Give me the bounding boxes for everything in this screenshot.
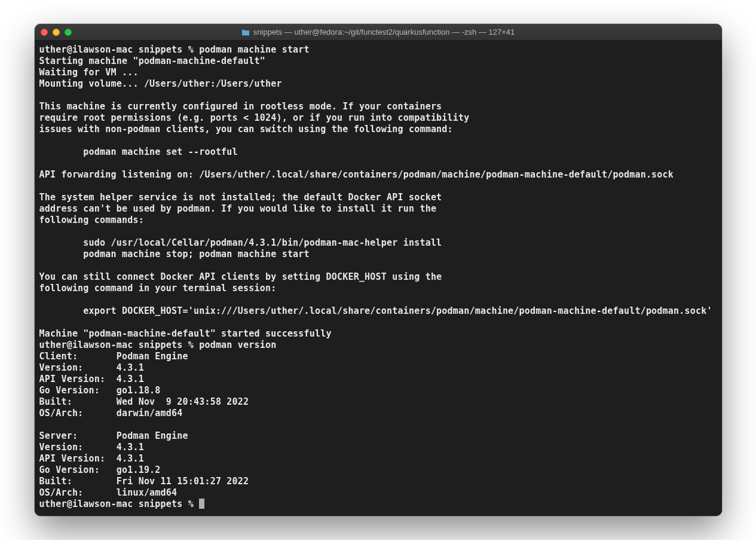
terminal-body[interactable]: uther@ilawson-mac snippets % podman mach…: [35, 41, 722, 516]
cursor: [199, 499, 204, 509]
terminal-output: uther@ilawson-mac snippets % podman mach…: [39, 44, 712, 498]
maximize-button[interactable]: [65, 29, 72, 36]
titlebar[interactable]: snippets — uther@fedora:~/git/functest2/…: [35, 24, 722, 41]
window-title-text: snippets — uther@fedora:~/git/functest2/…: [253, 28, 515, 36]
folder-icon: [241, 29, 250, 35]
minimize-button[interactable]: [53, 29, 60, 36]
terminal-window: snippets — uther@fedora:~/git/functest2/…: [35, 24, 722, 516]
terminal-prompt: uther@ilawson-mac snippets %: [39, 499, 200, 509]
window-title: snippets — uther@fedora:~/git/functest2/…: [41, 28, 716, 36]
close-button[interactable]: [41, 29, 48, 36]
traffic-lights: [41, 29, 72, 36]
